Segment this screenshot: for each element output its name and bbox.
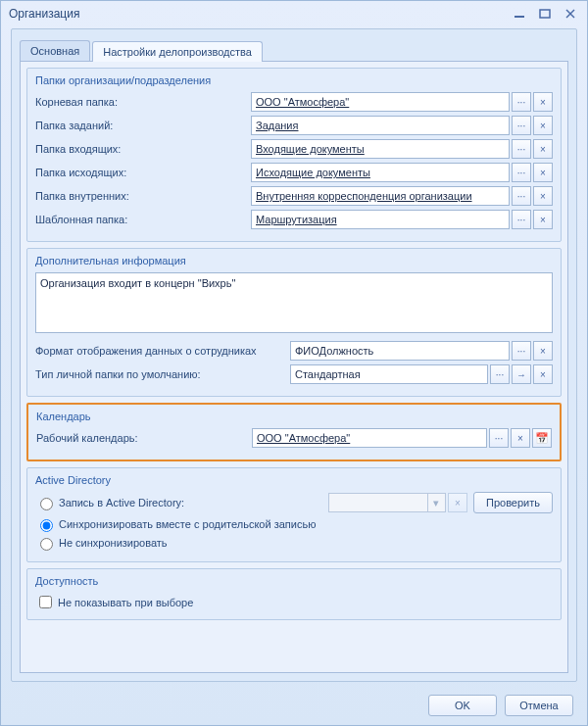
internal-folder-field[interactable]: Внутренняя корреспонденция организации [251,186,510,206]
incoming-folder-clear-button[interactable]: × [533,139,553,159]
work-calendar-browse-button[interactable]: ··· [489,428,509,448]
tasks-folder-field[interactable]: Задания [251,116,510,135]
outgoing-folder-label: Папка исходящих: [35,167,251,178]
group-ad-title: Active Directory [35,474,553,486]
template-folder-browse-button[interactable]: ··· [512,210,531,229]
internal-folder-browse-button[interactable]: ··· [512,186,531,206]
hide-on-select-checkbox[interactable] [39,596,52,608]
tasks-folder-label: Папка заданий: [35,120,251,131]
ad-record-clear-button: × [448,493,467,512]
ad-opt-sync-parent-label: Синхронизировать вместе с родительской з… [59,518,316,530]
work-calendar-open-button[interactable]: 📅 [532,428,552,448]
tasks-folder-clear-button[interactable]: × [533,116,553,135]
client-area: Основная Настройки делопроизводства Папк… [11,28,577,682]
titlebar: Организация [1,1,587,26]
template-folder-label: Шаблонная папка: [35,214,251,225]
root-folder-browse-button[interactable]: ··· [512,92,531,112]
group-availability-title: Доступность [35,575,553,587]
tab-main[interactable]: Основная [20,40,90,61]
group-folders: Папки организации/подразделения Корневая… [26,68,562,242]
group-extra-title: Дополнительная информация [35,255,553,266]
outgoing-folder-clear-button[interactable]: × [533,163,553,182]
root-folder-field[interactable]: ООО "Атмосфера" [251,92,510,112]
incoming-folder-browse-button[interactable]: ··· [512,139,531,159]
work-calendar-field[interactable]: ООО "Атмосфера" [252,428,487,448]
window: Организация Основная Настройки делопроиз… [0,0,588,726]
window-title: Организация [9,7,503,21]
group-calendar-title: Календарь [36,411,552,422]
maximize-icon[interactable] [536,7,554,21]
emp-format-browse-button[interactable]: ··· [512,341,531,361]
root-folder-label: Корневая папка: [35,96,251,108]
ad-check-button[interactable]: Проверить [473,492,553,513]
ad-opt-record[interactable]: Запись в Active Directory: [35,495,328,510]
ad-opt-record-radio[interactable] [40,498,53,510]
personal-folder-type-field[interactable]: Стандартная [290,364,488,384]
extra-info-memo[interactable] [35,272,553,333]
work-calendar-label: Рабочий календарь: [36,432,252,444]
outgoing-folder-field[interactable]: Исходящие документы [251,163,510,182]
template-folder-field[interactable]: Маршрутизация [251,210,510,229]
group-folders-title: Папки организации/подразделения [35,74,553,86]
template-folder-clear-button[interactable]: × [533,210,553,229]
chevron-down-icon: ▾ [427,494,445,511]
tab-body: Папки организации/подразделения Корневая… [20,61,568,673]
svg-rect-1 [540,10,550,18]
ad-opt-no-sync-label: Не синхронизировать [59,537,168,549]
footer: OK Отмена [1,686,587,725]
emp-format-clear-button[interactable]: × [533,341,553,361]
ad-opt-no-sync[interactable]: Не синхронизировать [35,535,553,551]
internal-folder-label: Папка внутренних: [35,190,251,202]
ad-opt-record-label: Запись в Active Directory: [59,497,184,508]
personal-folder-type-browse-button[interactable]: ··· [490,364,510,384]
calendar-icon: 📅 [535,432,549,445]
tasks-folder-browse-button[interactable]: ··· [512,116,531,135]
root-folder-clear-button[interactable]: × [533,92,553,112]
group-ad: Active Directory Запись в Active Directo… [26,467,562,562]
group-extra: Дополнительная информация Формат отображ… [26,248,562,397]
emp-format-label: Формат отображения данных о сотрудниках [35,345,290,357]
ad-opt-sync-parent[interactable]: Синхронизировать вместе с родительской з… [35,516,553,532]
ad-opt-no-sync-radio[interactable] [40,538,53,551]
outgoing-folder-browse-button[interactable]: ··· [512,163,531,182]
personal-folder-type-goto-button[interactable]: → [512,364,531,384]
incoming-folder-field[interactable]: Входящие документы [251,139,510,159]
ad-record-field: ▾ [328,493,446,512]
emp-format-field[interactable]: ФИОДолжность [290,341,510,361]
minimize-icon[interactable] [511,7,528,21]
cancel-button[interactable]: Отмена [505,695,573,716]
hide-on-select-label: Не показывать при выборе [58,597,193,608]
tab-strip: Основная Настройки делопроизводства [20,37,568,61]
ok-button[interactable]: OK [428,695,497,716]
ad-opt-sync-parent-radio[interactable] [40,519,53,532]
personal-folder-type-label: Тип личной папки по умолчанию: [35,368,290,380]
incoming-folder-label: Папка входящих: [35,143,251,155]
tab-settings[interactable]: Настройки делопроизводства [92,41,263,62]
hide-on-select[interactable]: Не показывать при выборе [35,593,553,611]
close-icon[interactable] [562,7,579,21]
internal-folder-clear-button[interactable]: × [533,186,553,206]
group-calendar: Календарь Рабочий календарь: ООО "Атмосф… [26,403,562,461]
work-calendar-clear-button[interactable]: × [511,428,530,448]
group-availability: Доступность Не показывать при выборе [26,568,562,620]
personal-folder-type-clear-button[interactable]: × [533,364,553,384]
